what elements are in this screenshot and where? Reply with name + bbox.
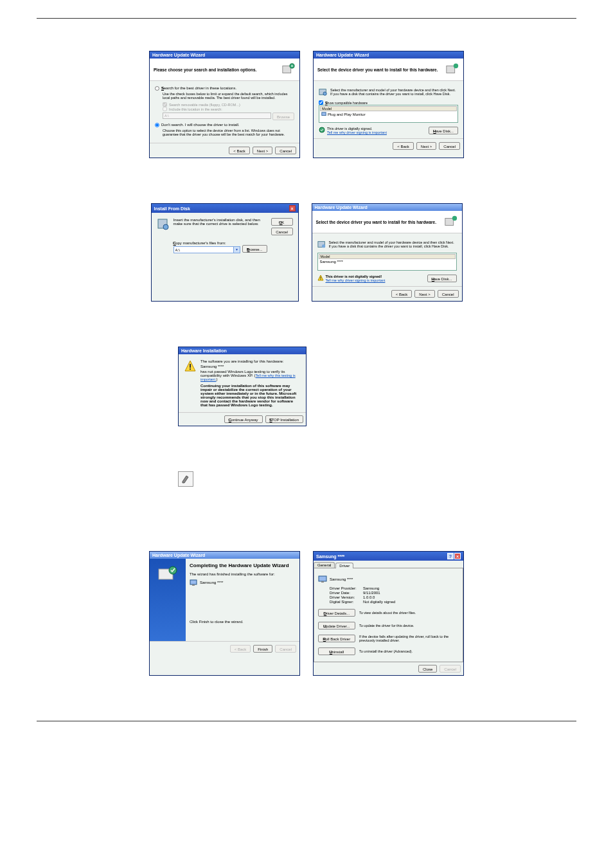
path-combo[interactable] [173,246,235,253]
stop-button[interactable]: SSTOP Installation [265,415,304,423]
floppy-icon [157,218,170,231]
cancel-button[interactable]: Cancel [439,142,460,150]
svg-point-7 [319,127,324,132]
svg-rect-6 [322,113,326,116]
back-button[interactable]: < Back [393,142,414,150]
tab-general[interactable]: General [314,562,335,568]
chk-compatible-label: SShow compatible hardware [325,101,368,105]
next-button[interactable]: Next > [416,142,437,150]
close-button[interactable]: Close [418,665,437,673]
svg-point-9 [163,224,168,230]
logo-testing-text: has not passed Windows Logo testing to v… [200,370,301,381]
signed-icon [319,127,325,133]
value-provider: Samsung [363,586,379,590]
col-model: Model [320,106,457,111]
svg-point-3 [454,64,458,68]
browse-button[interactable]: BBrowse... [242,245,267,253]
finish-button[interactable]: Finish [253,645,272,653]
done-text: The wizard has finished installing the s… [190,572,296,576]
title-text: Hardware Update Wizard [315,205,368,210]
cancel-button[interactable]: Cancel [440,665,461,673]
tell-me-link[interactable]: Tell me why driver signing is important [327,131,387,134]
back-button[interactable]: < Back [229,147,250,154]
uninstall-desc: To uninstall the driver (Advanced). [359,649,459,653]
continue-button[interactable]: CContinue Anyway [224,415,263,423]
title-text: Install From Disk [154,206,190,211]
close-icon[interactable]: × [454,553,461,559]
line1: The software you are installing for this… [200,359,301,363]
chk-removable[interactable] [163,102,167,107]
titlebar: Hardware Update Wizard [312,204,462,211]
tell-me-link[interactable]: Tell me why driver signing is important [326,278,386,282]
chk-compatible[interactable] [319,100,323,105]
wizard-side-image [150,559,186,641]
monitor-icon [190,579,197,586]
rollback-button[interactable]: RRoll Back Driver [318,635,355,642]
radio-dont-label: Don't search. I will choose the driver t… [161,123,240,127]
titlebar: Install From Disk × [152,204,298,213]
radio-search[interactable] [155,86,159,91]
heading: Completing the Hardware Update Wizard [190,563,289,568]
svg-rect-17 [190,368,191,370]
value-version: 1.0.0.0 [363,595,375,599]
radio-dont-search[interactable] [155,123,159,127]
list-item[interactable]: Plug and Play Monitor [320,111,457,118]
warning-bold: Continuing your installation of this sof… [200,384,301,407]
heading: Please choose your search and installati… [154,68,256,72]
tab-driver[interactable]: Driver [335,563,353,568]
have-disk-button[interactable]: HHave Disk... [427,275,457,282]
note-section [178,471,596,487]
have-disk-button[interactable]: HHave Disk... [429,127,458,134]
wizard-icon [281,62,296,77]
titlebar: Hardware Update Wizard [314,51,463,59]
chk-include-label: Include this location in the search: [169,107,222,111]
svg-rect-14 [320,277,321,279]
help-icon[interactable]: ? [447,553,454,559]
title-text: Hardware Update Wizard [152,53,205,57]
ok-button[interactable]: OOK [271,218,293,226]
browse-button[interactable]: Browse [272,113,294,120]
cancel-button[interactable]: Cancel [275,645,296,653]
update-desc: To update the driver for this device. [359,624,459,628]
close-icon[interactable]: × [289,205,296,212]
cancel-button[interactable]: Cancel [271,228,293,235]
dropdown-icon[interactable]: ▾ [234,246,240,253]
uninstall-button[interactable]: UUninstall [318,647,355,655]
rollback-desc: If the device fails after updating the d… [359,635,459,642]
disk-icon [317,240,326,249]
svg-rect-21 [192,584,195,586]
svg-rect-10 [445,219,453,226]
svg-rect-2 [447,66,455,73]
driver-details-button[interactable]: DDriver Details... [318,609,355,617]
cancel-button[interactable]: Cancel [275,147,296,154]
back-button[interactable]: < Back [391,290,413,298]
next-button[interactable]: Next > [253,147,273,154]
model-list[interactable]: Model Plug and Play Monitor [319,105,458,123]
titlebar: Hardware Installation [179,347,306,354]
value-date: 9/11/2001 [363,591,380,595]
title-text: Samsung **** [316,554,344,559]
col-model: Model [319,254,456,259]
device-name: Samsung **** [330,577,353,581]
model-list[interactable]: Model Samsung **** [317,253,457,271]
title-text: Hardware Installation [181,348,227,353]
device-name: Samsung **** [200,581,223,584]
chk-include[interactable] [163,107,167,111]
back-button[interactable]: < Back [230,645,251,653]
label-provider: Driver Provider: [330,586,363,590]
note-icon [178,471,193,487]
heading: Select the device driver you want to ins… [316,220,436,224]
wizard-icon [445,62,459,77]
title-text: Hardware Update Wizard [316,53,369,57]
list-item[interactable]: Samsung **** [319,259,456,264]
label-version: Driver Version: [330,595,363,599]
cancel-button[interactable]: Cancel [438,290,459,298]
instruction: Select the manufacturer and model of you… [330,88,458,96]
path-input[interactable] [163,113,271,119]
update-driver-button[interactable]: UUpdate Driver... [318,622,355,629]
search-note: Use the check boxes below to limit or ex… [163,92,294,100]
next-button[interactable]: Next > [414,290,435,298]
dialog-completing-wizard: Hardware Update Wizard Completing the Ha… [149,551,300,676]
wizard-icon [444,215,458,229]
chk-removable-label: Search removable media (floppy, CD-ROM..… [169,103,240,107]
